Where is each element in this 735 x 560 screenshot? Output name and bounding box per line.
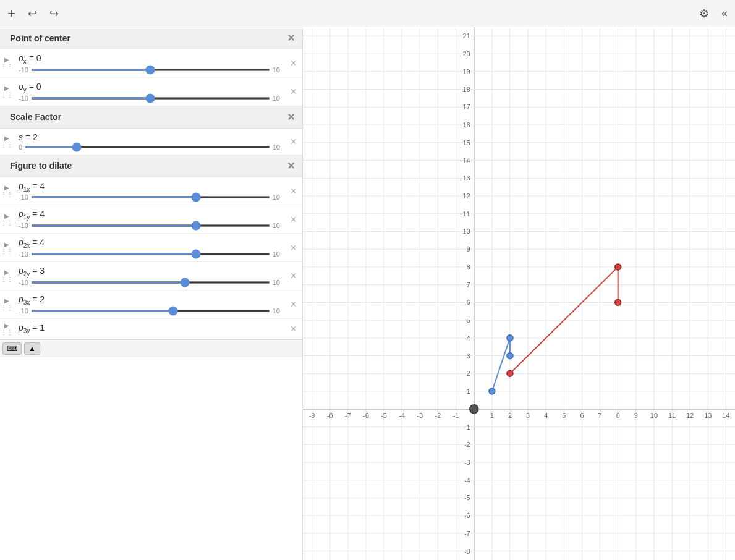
- expr-text-p2y: p2y = 3: [19, 266, 280, 278]
- keyboard-button[interactable]: ⌨: [2, 342, 22, 355]
- expr-text-p3y: p3y = 1: [19, 323, 280, 334]
- close-s[interactable]: ✕: [285, 137, 302, 146]
- slider-max-ox: 10: [273, 66, 280, 74]
- expr-row-ox: ▶ ⋮⋮ ox = 0 -10 10 ✕: [0, 49, 302, 78]
- svg-text:13: 13: [462, 174, 470, 182]
- close-p1x[interactable]: ✕: [285, 186, 302, 196]
- svg-text:12: 12: [462, 192, 470, 200]
- row-side-p1y[interactable]: ▶ ⋮⋮: [0, 211, 14, 227]
- slider-p2x[interactable]: [31, 253, 270, 255]
- slider-min-ox: -10: [19, 66, 28, 74]
- row-content-s: s = 2 0 10: [14, 130, 285, 153]
- svg-point-110: [470, 405, 478, 414]
- svg-point-112: [507, 335, 513, 341]
- svg-point-114: [507, 370, 513, 376]
- slider-p2y[interactable]: [31, 281, 270, 284]
- slider-container-s: 0 10: [19, 143, 280, 151]
- slider-p3x[interactable]: [31, 310, 270, 312]
- slider-max-p1x: 10: [273, 193, 280, 201]
- expr-text-p1x: p1x = 4: [19, 181, 280, 193]
- expr-row-oy: ▶ ⋮⋮ oy = 0 -10 10 ✕: [0, 78, 302, 106]
- row-content-p3y: p3y = 1: [14, 320, 285, 338]
- row-side-p2y[interactable]: ▶ ⋮⋮: [0, 268, 14, 284]
- expr-row-s: ▶ ⋮⋮ s = 2 0 10 ✕: [0, 129, 302, 155]
- svg-point-115: [615, 264, 621, 270]
- slider-max-p1y: 10: [273, 222, 280, 229]
- svg-text:9: 9: [467, 245, 470, 253]
- svg-text:10: 10: [650, 412, 658, 419]
- close-p2y[interactable]: ✕: [285, 271, 302, 281]
- play-icon-ox: ▶: [4, 56, 9, 63]
- graph-svg: -9-8-7-6-5-4-3-2-11234567891011121314-8-…: [303, 27, 735, 560]
- slider-oy[interactable]: [31, 97, 270, 100]
- row-content-p2y: p2y = 3 -10 10: [14, 263, 285, 289]
- row-content-p2x: p2x = 4 -10 10: [14, 235, 285, 260]
- svg-text:3: 3: [526, 412, 530, 419]
- graph-area[interactable]: -9-8-7-6-5-4-3-2-11234567891011121314-8-…: [303, 27, 735, 560]
- slider-min-p2y: -10: [19, 279, 28, 286]
- row-side-p2x[interactable]: ▶ ⋮⋮: [0, 240, 14, 256]
- row-side-p3y[interactable]: ▶ ⋮⋮: [0, 321, 14, 337]
- collapse-button[interactable]: «: [719, 4, 730, 22]
- up-button[interactable]: ▲: [24, 342, 40, 355]
- svg-text:19: 19: [462, 68, 470, 75]
- slider-p1y[interactable]: [31, 224, 270, 227]
- svg-text:-8: -8: [327, 412, 333, 419]
- slider-min-oy: -10: [19, 95, 28, 102]
- add-button[interactable]: +: [5, 6, 18, 22]
- row-side-p1x[interactable]: ▶ ⋮⋮: [0, 183, 14, 199]
- slider-p1x[interactable]: [31, 196, 270, 198]
- close-p2x[interactable]: ✕: [285, 243, 302, 253]
- svg-text:7: 7: [598, 412, 602, 419]
- close-p1y[interactable]: ✕: [285, 214, 302, 224]
- row-side-oy[interactable]: ▶ ⋮⋮: [0, 83, 14, 100]
- settings-button[interactable]: ⚙: [697, 4, 712, 23]
- expr-text-s: s = 2: [19, 132, 280, 142]
- close-ox[interactable]: ✕: [285, 58, 302, 68]
- slider-s[interactable]: [25, 146, 270, 148]
- svg-text:1: 1: [467, 388, 470, 395]
- row-side-p3x[interactable]: ▶ ⋮⋮: [0, 296, 14, 312]
- close-oy[interactable]: ✕: [285, 87, 302, 96]
- row-side-s[interactable]: ▶ ⋮⋮: [0, 134, 14, 150]
- expr-row-p1y: ▶ ⋮⋮ p1y = 4 -10 10 ✕: [0, 205, 302, 234]
- close-p3x[interactable]: ✕: [285, 299, 302, 309]
- row-content-ox: ox = 0 -10 10: [14, 51, 285, 76]
- expr-text-p2x: p2x = 4: [19, 237, 280, 249]
- svg-text:-5: -5: [381, 412, 387, 419]
- section-label-figure-to-dilate: Figure to dilate: [10, 161, 72, 171]
- svg-text:-5: -5: [464, 494, 470, 501]
- play-icon-p3x: ▶: [4, 297, 9, 304]
- svg-text:-1: -1: [464, 423, 470, 431]
- undo-button[interactable]: ↩: [25, 4, 40, 23]
- close-section-point-of-center[interactable]: ✕: [287, 32, 295, 44]
- section-figure-to-dilate: Figure to dilate ✕: [0, 155, 302, 177]
- svg-text:8: 8: [616, 412, 620, 419]
- slider-min-p3x: -10: [19, 307, 28, 315]
- svg-point-113: [507, 353, 513, 359]
- svg-text:4: 4: [467, 334, 470, 342]
- play-icon-p2y: ▶: [4, 269, 9, 276]
- close-section-scale-factor[interactable]: ✕: [287, 111, 295, 123]
- slider-ox[interactable]: [31, 69, 270, 71]
- section-label-scale-factor: Scale Factor: [10, 112, 61, 122]
- svg-text:1: 1: [490, 412, 494, 419]
- svg-text:21: 21: [462, 32, 470, 40]
- bottom-bar: ⌨ ▲: [0, 339, 302, 357]
- redo-button[interactable]: ↪: [47, 4, 61, 23]
- svg-text:-2: -2: [435, 412, 441, 419]
- svg-text:11: 11: [668, 412, 676, 419]
- close-p3y[interactable]: ✕: [285, 324, 302, 334]
- svg-text:4: 4: [544, 412, 548, 419]
- svg-text:-7: -7: [345, 412, 351, 419]
- expr-row-p3x: ▶ ⋮⋮ p3x = 2 -10 10 ✕: [0, 291, 302, 319]
- svg-text:18: 18: [462, 86, 470, 93]
- expr-row-p1x: ▶ ⋮⋮ p1x = 4 -10 10 ✕: [0, 177, 302, 206]
- close-section-figure[interactable]: ✕: [287, 160, 295, 172]
- play-icon-p2x: ▶: [4, 241, 9, 248]
- svg-text:11: 11: [462, 210, 470, 218]
- expr-row-p3y: ▶ ⋮⋮ p3y = 1 ✕: [0, 319, 302, 340]
- slider-max-p2x: 10: [273, 250, 280, 258]
- row-side-ox[interactable]: ▶ ⋮⋮: [0, 55, 14, 71]
- slider-min-s: 0: [19, 143, 22, 151]
